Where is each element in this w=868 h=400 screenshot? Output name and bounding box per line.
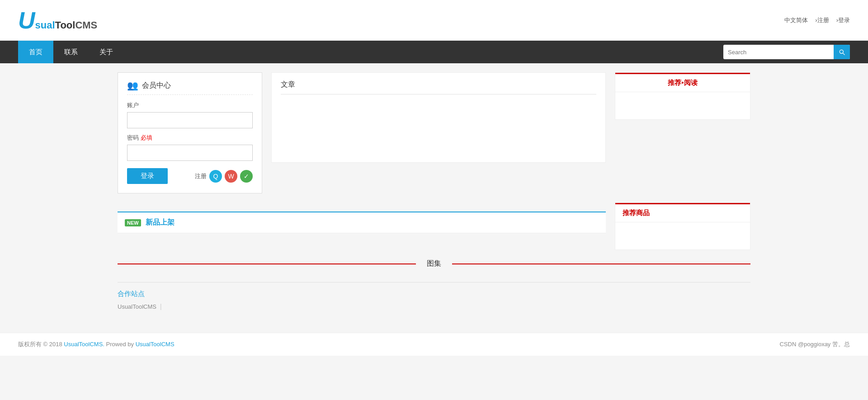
- search-box: [723, 45, 850, 59]
- logo-u: U: [18, 9, 35, 32]
- products-left: NEW 新品上架: [118, 202, 606, 250]
- footer-more: 苦。总: [832, 341, 850, 348]
- header: U sual Tool CMS 中文简体 ›注册 ›登录: [0, 0, 868, 41]
- gallery-line-left: [118, 264, 416, 264]
- member-center-box: 👥 会员中心 账户 密码 必填 登录 注册 Q W ✓: [118, 72, 262, 193]
- search-icon: [838, 48, 845, 56]
- partner-separator: |: [160, 303, 162, 310]
- language-selector[interactable]: 中文简体: [784, 16, 808, 24]
- nav-item-home[interactable]: 首页: [18, 41, 53, 63]
- password-label: 密码 必填: [127, 134, 253, 142]
- password-input[interactable]: [127, 145, 253, 161]
- recommend-products-body: [615, 222, 750, 249]
- recommend-reading-body: [615, 92, 750, 119]
- logo-usual: sual: [35, 19, 55, 31]
- new-products-section: NEW 新品上架: [118, 212, 606, 233]
- account-input[interactable]: [127, 112, 253, 128]
- new-products-header: NEW 新品上架: [118, 212, 606, 233]
- search-button[interactable]: [834, 45, 850, 59]
- qq-register-icon[interactable]: Q: [209, 170, 222, 183]
- recommend-reading-box: 推荐•阅读: [615, 72, 750, 120]
- weibo-register-icon[interactable]: W: [225, 170, 237, 183]
- register-label: 注册: [195, 172, 207, 180]
- login-row: 登录 注册 Q W ✓: [127, 168, 253, 184]
- footer: 版权所有 © 2018 UsualToolCMS. Prowed by Usua…: [0, 333, 868, 356]
- member-icon: 👥: [127, 80, 138, 91]
- account-label: 账户: [127, 101, 253, 109]
- partners-section: 合作站点 UsualToolCMS |: [118, 282, 750, 310]
- footer-left: 版权所有 © 2018 UsualToolCMS. Prowed by Usua…: [18, 340, 175, 348]
- left-column: 👥 会员中心 账户 密码 必填 登录 注册 Q W ✓: [118, 72, 262, 193]
- partners-links: UsualToolCMS |: [118, 303, 750, 310]
- recommend-products-header: 推荐商品: [615, 203, 750, 222]
- recommend-reading-header: 推荐•阅读: [615, 73, 750, 92]
- partners-title: 合作站点: [118, 290, 750, 298]
- recommend-products-box: 推荐商品: [615, 202, 750, 250]
- register-row: 注册 Q W ✓: [195, 170, 253, 183]
- article-title: 文章: [281, 80, 596, 94]
- footer-powered-link[interactable]: UsualToolCMS: [136, 341, 175, 348]
- footer-cms-link[interactable]: UsualToolCMS.: [64, 341, 104, 348]
- products-right: 推荐商品: [615, 202, 750, 250]
- partner-link[interactable]: UsualToolCMS: [118, 303, 156, 310]
- right-column: 推荐•阅读: [615, 72, 750, 193]
- gallery-title: 图集: [416, 259, 452, 268]
- wechat-register-icon[interactable]: ✓: [240, 170, 253, 183]
- footer-powered: Prowed by: [106, 341, 134, 348]
- products-area: NEW 新品上架 推荐商品: [118, 202, 750, 250]
- new-badge: NEW: [125, 219, 141, 226]
- gallery-line-right: [452, 264, 750, 264]
- member-center-label: 会员中心: [142, 81, 171, 90]
- footer-csdn: CSDN @poggioxay: [779, 341, 830, 348]
- middle-column: 文章: [271, 72, 606, 193]
- main-wrapper: 👥 会员中心 账户 密码 必填 登录 注册 Q W ✓: [99, 63, 769, 319]
- footer-copyright: 版权所有 © 2018: [18, 341, 62, 348]
- nav-item-about[interactable]: 关于: [89, 41, 124, 63]
- header-right: 中文简体 ›注册 ›登录: [784, 16, 850, 24]
- search-input[interactable]: [723, 49, 834, 56]
- nav-links: 首页 联系 关于: [18, 41, 124, 63]
- nav-item-contact[interactable]: 联系: [53, 41, 89, 63]
- logo-tool: Tool: [55, 19, 75, 31]
- password-required: 必填: [141, 134, 152, 141]
- navbar: 首页 联系 关于: [0, 41, 868, 63]
- login-link[interactable]: ›登录: [836, 16, 850, 24]
- member-center-title: 👥 会员中心: [127, 80, 253, 95]
- logo-cms: CMS: [75, 19, 97, 31]
- gallery-section: 图集: [118, 259, 750, 268]
- register-link[interactable]: ›注册: [815, 16, 829, 24]
- logo[interactable]: U sual Tool CMS: [18, 9, 97, 32]
- login-button[interactable]: 登录: [127, 168, 168, 184]
- article-section: 文章: [271, 72, 606, 163]
- footer-right: CSDN @poggioxay 苦。总: [779, 340, 850, 348]
- content-area: 👥 会员中心 账户 密码 必填 登录 注册 Q W ✓: [118, 72, 750, 193]
- new-products-title: 新品上架: [146, 218, 175, 227]
